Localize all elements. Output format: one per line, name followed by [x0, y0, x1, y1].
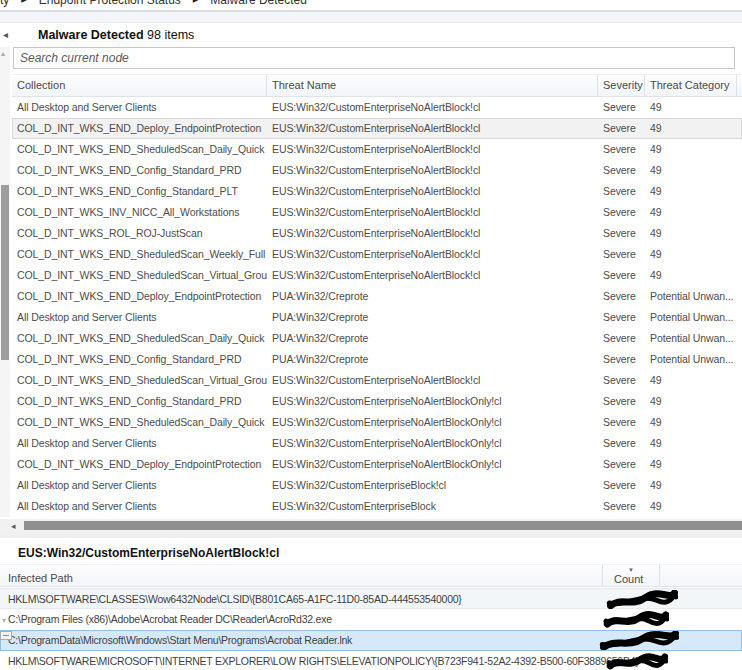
- column-header-count[interactable]: ▼ Count: [602, 565, 660, 586]
- cell-severity: Severe: [598, 265, 645, 286]
- cell-collection: COL_D_INT_WKS_END_Deploy_EndpointProtect…: [12, 454, 267, 475]
- cell-infected-path: C:\ProgramData\Microsoft\Windows\Start M…: [8, 634, 352, 646]
- table-row[interactable]: All Desktop and Server ClientsEUS:Win32/…: [12, 496, 742, 517]
- table-row[interactable]: COL_D_INT_WKS_END_Config_Standard_PRDEUS…: [12, 391, 742, 412]
- cell-collection: COL_D_INT_WKS_ROL_ROJ-JustScan: [12, 223, 267, 244]
- horizontal-scrollbar-thumb[interactable]: [24, 521, 742, 530]
- column-header-threat-name[interactable]: Threat Name: [267, 75, 598, 96]
- cell-infected-path: HKLM\SOFTWARE\MICROSOFT\INTERNET EXPLORE…: [8, 655, 639, 667]
- table-row[interactable]: COL_D_INT_WKS_END_SheduledScan_Daily_Qui…: [12, 412, 742, 433]
- cell-threat-category: 49: [645, 160, 737, 181]
- search-input[interactable]: [13, 47, 735, 69]
- redacted-count-scribble: [599, 631, 679, 650]
- detail-table-row[interactable]: C:\ProgramData\Microsoft\Windows\Start M…: [0, 630, 742, 651]
- cell-extra: [737, 412, 742, 433]
- table-row[interactable]: COL_D_INT_WKS_ROL_ROJ-JustScanEUS:Win32/…: [12, 223, 742, 244]
- detail-table-row[interactable]: HKLM\SOFTWARE\CLASSES\Wow6432Node\CLSID\…: [0, 588, 742, 609]
- cell-extra: [737, 160, 742, 181]
- cell-collection: COL_D_INT_WKS_INV_NICC_All_Workstations: [12, 202, 267, 223]
- cell-threat-category: 49: [645, 496, 737, 517]
- horizontal-scrollbar[interactable]: ◂: [0, 519, 742, 532]
- column-header-infected-path[interactable]: Infected Path: [0, 565, 602, 586]
- cell-threat-category: 49: [645, 181, 737, 202]
- redacted-count-scribble: [606, 590, 678, 609]
- page-title-text: Malware Detected: [38, 28, 144, 42]
- vertical-scrollbar-thumb[interactable]: [1, 185, 9, 360]
- cell-severity: Severe: [598, 433, 645, 454]
- table-row[interactable]: COL_D_INT_WKS_END_Deploy_EndpointProtect…: [12, 118, 742, 139]
- redacted-count-scribble: [603, 610, 669, 629]
- table-row[interactable]: COL_D_INT_WKS_INV_NICC_All_WorkstationsE…: [12, 202, 742, 223]
- cell-threat-category: 49: [645, 139, 737, 160]
- cell-threat-category: Potential Unwan...: [645, 328, 737, 349]
- table-row[interactable]: All Desktop and Server ClientsEUS:Win32/…: [12, 475, 742, 496]
- cell-threat-category: Potential Unwan...: [645, 307, 737, 328]
- malware-table-header: Collection Threat Name Severity Threat C…: [12, 74, 742, 97]
- breadcrumb-item-endpoint-protection-status[interactable]: Endpoint Protection Status: [39, 0, 181, 7]
- cell-threat-category: Potential Unwan...: [645, 349, 737, 370]
- cell-extra: [737, 244, 742, 265]
- cell-collection: COL_D_INT_WKS_END_Deploy_EndpointProtect…: [12, 118, 267, 139]
- cell-extra: [737, 265, 742, 286]
- cell-extra: [737, 454, 742, 475]
- table-row[interactable]: COL_D_INT_WKS_END_SheduledScan_Weekly_Fu…: [12, 244, 742, 265]
- breadcrumb: ty ▶ Endpoint Protection Status ▶ Malwar…: [0, 0, 742, 9]
- cell-extra: [737, 307, 742, 328]
- cell-threat-category: 49: [645, 202, 737, 223]
- table-row[interactable]: COL_D_INT_WKS_END_SheduledScan_Virtual_G…: [12, 370, 742, 391]
- cell-threat-category: 49: [645, 412, 737, 433]
- cell-threat-category: 49: [645, 475, 737, 496]
- table-row[interactable]: All Desktop and Server ClientsEUS:Win32/…: [12, 433, 742, 454]
- cell-extra: [737, 475, 742, 496]
- table-row[interactable]: All Desktop and Server ClientsPUA:Win32/…: [12, 307, 742, 328]
- column-header-collection[interactable]: Collection: [12, 75, 267, 96]
- header-band: [0, 12, 742, 23]
- vertical-scrollbar[interactable]: ▴: [0, 47, 10, 517]
- cell-threat-name: PUA:Win32/Creprote: [267, 307, 598, 328]
- table-row[interactable]: COL_D_INT_WKS_END_Deploy_EndpointProtect…: [12, 454, 742, 475]
- breadcrumb-item-clipped[interactable]: ty: [0, 0, 9, 7]
- cell-extra: [737, 433, 742, 454]
- malware-table-body: All Desktop and Server ClientsEUS:Win32/…: [12, 97, 742, 517]
- cell-extra: [737, 139, 742, 160]
- breadcrumb-arrow-icon: ▶: [193, 0, 198, 4]
- cell-collection: All Desktop and Server Clients: [12, 97, 267, 118]
- detail-table-row[interactable]: C:\Program Files (x86)\Adobe\Acrobat Rea…: [0, 609, 742, 630]
- cell-collection: COL_D_INT_WKS_END_SheduledScan_Virtual_G…: [12, 265, 267, 286]
- item-count: 98 items: [147, 28, 194, 42]
- scroll-left-icon[interactable]: ◂: [11, 521, 16, 531]
- detail-table-row[interactable]: HKLM\SOFTWARE\MICROSOFT\INTERNET EXPLORE…: [0, 651, 742, 670]
- mini-scroll-down-icon[interactable]: ▾: [2, 616, 6, 625]
- cell-threat-category: 49: [645, 223, 737, 244]
- column-header-partial[interactable]: [737, 75, 742, 96]
- table-row[interactable]: COL_D_INT_WKS_END_Config_Standard_PRDEUS…: [12, 160, 742, 181]
- table-row[interactable]: All Desktop and Server ClientsEUS:Win32/…: [12, 97, 742, 118]
- cell-collection: COL_D_INT_WKS_END_SheduledScan_Daily_Qui…: [12, 412, 267, 433]
- table-row[interactable]: COL_D_INT_WKS_END_SheduledScan_Daily_Qui…: [12, 328, 742, 349]
- table-row[interactable]: COL_D_INT_WKS_END_Deploy_EndpointProtect…: [12, 286, 742, 307]
- redacted-count-scribble: [606, 652, 668, 670]
- table-row[interactable]: COL_D_INT_WKS_END_SheduledScan_Virtual_G…: [12, 265, 742, 286]
- cell-severity: Severe: [598, 244, 645, 265]
- detail-table-header: Infected Path ▼ Count: [0, 564, 742, 587]
- cell-severity: Severe: [598, 412, 645, 433]
- table-row[interactable]: COL_D_INT_WKS_END_Config_Standard_PLTEUS…: [12, 181, 742, 202]
- cell-severity: Severe: [598, 139, 645, 160]
- scroll-up-icon[interactable]: ▴: [1, 49, 5, 58]
- table-row[interactable]: COL_D_INT_WKS_END_SheduledScan_Daily_Qui…: [12, 139, 742, 160]
- cell-threat-category: 49: [645, 391, 737, 412]
- breadcrumb-item-malware-detected[interactable]: Malware Detected: [210, 0, 307, 7]
- cell-collection: COL_D_INT_WKS_END_SheduledScan_Daily_Qui…: [12, 139, 267, 160]
- cell-threat-name: EUS:Win32/CustomEnterpriseNoAlertBlockOn…: [267, 454, 598, 475]
- pane-splitter-handle[interactable]: [0, 631, 12, 640]
- column-header-partial[interactable]: [660, 565, 742, 586]
- detail-pane: EUS:Win32/CustomEnterpriseNoAlertBlock!c…: [0, 538, 742, 670]
- malware-table: Collection Threat Name Severity Threat C…: [12, 74, 742, 517]
- column-header-threat-category[interactable]: Threat Category: [645, 75, 737, 96]
- table-row[interactable]: COL_D_INT_WKS_END_Config_Standard_PRDPUA…: [12, 349, 742, 370]
- cell-collection: COL_D_INT_WKS_END_Deploy_EndpointProtect…: [12, 286, 267, 307]
- cell-threat-name: EUS:Win32/CustomEnterpriseNoAlertBlock!c…: [267, 202, 598, 223]
- column-header-severity[interactable]: Severity: [598, 75, 645, 96]
- collapse-left-icon[interactable]: ◂: [3, 30, 8, 40]
- cell-threat-name: PUA:Win32/Creprote: [267, 286, 598, 307]
